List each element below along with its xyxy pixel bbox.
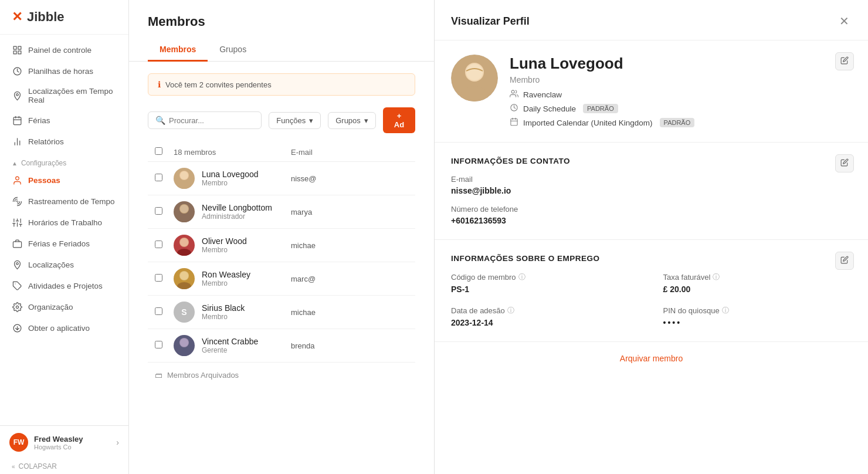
sidebar-item-vacation[interactable]: Férias [0,110,128,131]
svg-point-37 [180,238,188,246]
profile-avatar [451,55,498,101]
email-info-item: E-mail nisse@jibble.io [451,175,852,195]
svg-point-24 [16,262,18,265]
email-value: nisse@jibble.io [451,186,852,195]
roles-filter-label: Funções [276,116,306,125]
svg-rect-1 [18,46,21,49]
member-name: Ron Weasley [202,270,291,279]
select-all-checkbox[interactable] [155,147,162,155]
logo-icon: ✕ [12,9,22,25]
groups-filter-label: Grupos [335,116,361,125]
employment-info-section: INFORMAÇÕES SOBRE O EMPREGO Código de me… [435,240,868,342]
row-checkbox[interactable] [155,241,162,248]
table-row[interactable]: S Sirius Black Membro michae [148,296,415,329]
member-email: michae [291,308,408,317]
fingerprint-icon [12,196,22,206]
tab-members[interactable]: Membros [148,39,208,62]
search-box[interactable]: 🔍 [148,111,262,129]
grid-icon [12,45,22,55]
edit-contact-button[interactable] [835,154,854,172]
avatar [174,235,195,256]
sidebar-item-get-app[interactable]: Obter o aplicativo [0,317,128,338]
profile-meta: Ravenclaw Daily Schedule PADRÃO Imported… [510,89,852,128]
table-row[interactable]: Oliver Wood Membro michae [148,229,415,262]
briefcase-icon [12,238,22,249]
sidebar-item-work-schedules[interactable]: Horários de Trabalho [0,212,128,233]
sidebar-item-organization[interactable]: Organização [0,296,128,317]
toolbar: 🔍 Funções ▾ Grupos ▾ + Ad [148,107,415,133]
sidebar-item-label: Planilhas de horas [28,67,93,76]
table-row[interactable]: Neville Longbottom Administrador marya [148,195,415,229]
main-content: Membros Membros Grupos ℹ Você tem 2 conv… [129,0,434,474]
table-row[interactable]: Luna Lovegood Membro nisse@ [148,162,415,195]
groups-filter-button[interactable]: Grupos ▾ [328,112,376,129]
edit-employment-button[interactable] [835,252,854,270]
billable-rate-value: £ 20.00 [663,285,852,294]
page-title: Membros [148,14,415,29]
tag-icon [12,280,22,291]
row-checkbox[interactable] [155,207,162,215]
member-info: Vincent Crabbe Gerente [202,337,291,354]
sidebar-nav: Painel de controle Planilhas de horas Lo… [0,35,128,425]
row-checkbox[interactable] [155,341,162,348]
contact-section-title: INFORMAÇÕES DE CONTATO [451,157,852,165]
info-icon: ⓘ [722,306,729,316]
billable-rate-label: Taxa faturável ⓘ [663,272,852,282]
row-checkbox[interactable] [155,174,162,181]
svg-point-48 [511,90,514,93]
sidebar-item-time-tracking[interactable]: Rastreamento de Tempo [0,191,128,212]
sidebar-item-dashboard[interactable]: Painel de controle [0,39,128,60]
archived-members-link[interactable]: 🗃 Membros Arquivados [148,363,415,388]
main-header: Membros Membros Grupos [129,0,434,62]
table-row[interactable]: Ron Weasley Membro marc@ [148,262,415,296]
sidebar-item-locations[interactable]: Localizações em Tempo Real [0,82,128,110]
member-info: Sirius Black Membro [202,303,291,321]
email-label: E-mail [451,175,852,184]
svg-point-36 [177,249,191,256]
search-input[interactable] [169,116,254,125]
join-date-label: Data de adesão ⓘ [451,306,640,316]
current-user-name: Fred Weasley [34,435,83,443]
row-checkbox-cell [155,241,174,250]
current-user-company: Hogwarts Co [34,443,83,451]
info-icon: ℹ [158,80,161,89]
row-checkbox[interactable] [155,274,162,282]
profile-overview: Luna Lovegood Membro Ravenclaw Daily Sch… [435,40,868,143]
sidebar-item-vacations-holidays[interactable]: Férias e Feriados [0,233,128,254]
sidebar-item-activities[interactable]: Atividades e Projetos [0,275,128,296]
sidebar-item-label: Pessoas [28,176,60,185]
chevron-down-icon: ▾ [364,116,368,125]
sidebar-item-people[interactable]: Pessoas [0,170,128,191]
sidebar-item-timesheets[interactable]: Planilhas de horas [0,60,128,82]
edit-profile-button[interactable] [835,52,854,70]
row-checkbox[interactable] [155,307,162,315]
roles-filter-button[interactable]: Funções ▾ [269,112,321,129]
location-icon [12,259,22,270]
calendar-meta: Imported Calendar (United Kingdom) PADRÃ… [510,117,852,128]
row-checkbox-cell [155,207,174,216]
sidebar-item-reports[interactable]: Relatórios [0,131,128,152]
tab-groups[interactable]: Grupos [208,39,258,62]
collapse-button[interactable]: « COLAPSAR [0,459,128,474]
close-panel-button[interactable]: ✕ [837,12,852,31]
join-date-item: Data de adesão ⓘ 2023-12-14 [451,306,640,327]
panel-header: Visualizar Perfil ✕ [435,0,868,40]
member-role: Membro [202,179,291,187]
svg-point-47 [466,64,483,80]
add-member-button[interactable]: + Ad [383,107,415,133]
sidebar-item-label: Rastreamento de Tempo [28,197,115,206]
member-code-label: Código de membro ⓘ [451,272,640,282]
tabs: Membros Grupos [148,39,415,61]
member-role: Membro [202,246,291,254]
employment-section-title: INFORMAÇÕES SOBRE O EMPREGO [451,254,852,263]
current-user[interactable]: FW Fred Weasley Hogwarts Co [9,433,83,452]
table-row[interactable]: Vincent Crabbe Gerente brenda [148,329,415,363]
profile-role-label: Membro [510,75,852,84]
avatar [174,201,195,222]
sidebar-item-locations-settings[interactable]: Localizações [0,254,128,275]
archive-member-button[interactable]: Arquivar membro [435,342,868,375]
svg-rect-2 [13,50,16,53]
svg-point-26 [16,306,18,308]
member-code-value: PS-1 [451,285,640,294]
phone-value: +60162136593 [451,216,852,225]
